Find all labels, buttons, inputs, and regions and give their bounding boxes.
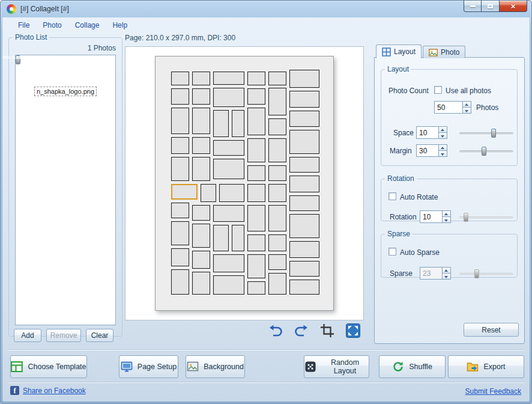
collage-frame[interactable]: [171, 157, 189, 181]
collage-frame[interactable]: [213, 159, 244, 179]
collage-frame[interactable]: [201, 184, 216, 202]
menu-item-photo[interactable]: Photo: [37, 19, 67, 31]
collage-frame[interactable]: [289, 195, 319, 211]
spin-down-button[interactable]: [438, 150, 447, 157]
collage-frame[interactable]: [219, 184, 244, 202]
collage-frame[interactable]: [268, 205, 286, 231]
margin-input[interactable]: [416, 144, 438, 157]
collage-frame[interactable]: [171, 269, 189, 295]
collage-frame[interactable]: [213, 110, 229, 137]
collage-frame[interactable]: [171, 108, 189, 134]
remove-button[interactable]: Remove: [46, 329, 81, 342]
collage-frame[interactable]: [268, 184, 286, 202]
submit-feedback-link[interactable]: Submit Feedback: [465, 387, 521, 396]
collage-frame[interactable]: [247, 184, 265, 202]
auto-rotate-checkbox[interactable]: [388, 192, 396, 200]
spin-down-button[interactable]: [438, 132, 447, 139]
sparse-input[interactable]: [420, 267, 442, 280]
random-layout-button[interactable]: Random Layout: [304, 355, 369, 378]
margin-slider[interactable]: [459, 147, 513, 156]
close-button[interactable]: ×: [499, 1, 527, 12]
collage-frame[interactable]: [171, 88, 189, 105]
slider-thumb[interactable]: [464, 213, 468, 222]
slider-thumb[interactable]: [491, 129, 496, 138]
collage-frame[interactable]: [192, 224, 210, 248]
spin-down-button[interactable]: [442, 216, 451, 223]
use-all-photos-checkbox[interactable]: [434, 86, 442, 94]
auto-sparse-checkbox[interactable]: [388, 248, 396, 256]
menu-item-file[interactable]: File: [12, 19, 35, 31]
collage-frame[interactable]: [213, 140, 244, 156]
collage-frame[interactable]: [192, 108, 210, 134]
rotation-input[interactable]: [420, 210, 442, 223]
photo-listbox[interactable]: RSLOAD.NET n_shapka_logo.png: [15, 55, 116, 325]
photo-list-item[interactable]: RSLOAD.NET n_shapka_logo.png: [16, 55, 115, 96]
collage-frame[interactable]: [247, 234, 265, 251]
spin-down-button[interactable]: [442, 273, 451, 280]
menu-item-help[interactable]: Help: [106, 19, 133, 31]
collage-frame[interactable]: [268, 88, 286, 115]
collage-frame[interactable]: [247, 165, 265, 181]
menu-item-collage[interactable]: Collage: [69, 19, 106, 31]
collage-frame[interactable]: [247, 88, 265, 105]
collage-frame[interactable]: [247, 72, 265, 85]
collage-frame[interactable]: [289, 241, 319, 258]
rotation-slider[interactable]: [459, 213, 513, 222]
tab-photo[interactable]: Photo: [423, 46, 465, 58]
collage-frame[interactable]: [213, 205, 244, 222]
shuffle-button[interactable]: Shuffle: [379, 355, 446, 378]
collage-frame[interactable]: [192, 251, 210, 269]
collage-frame[interactable]: [289, 70, 319, 88]
collage-frame[interactable]: [268, 273, 286, 295]
choose-template-button[interactable]: Choose Template: [10, 355, 87, 378]
collage-frame[interactable]: [289, 261, 319, 277]
slider-thumb[interactable]: [482, 147, 486, 156]
background-button[interactable]: Background: [186, 355, 245, 378]
space-input[interactable]: [416, 126, 438, 139]
collage-frame[interactable]: [192, 137, 210, 154]
collage-frame[interactable]: [213, 275, 244, 295]
collage-frame[interactable]: [171, 248, 189, 266]
collage-frame[interactable]: [268, 234, 286, 251]
photo-count-input[interactable]: [434, 101, 462, 114]
share-facebook-link[interactable]: Share on Facebook: [23, 387, 86, 395]
crop-button[interactable]: [317, 322, 337, 340]
canvas-area[interactable]: [125, 46, 364, 320]
collage-frame[interactable]: [289, 157, 319, 173]
titlebar[interactable]: [#] CollageIt [#] ×: [1, 1, 531, 17]
collage-frame[interactable]: [268, 138, 286, 162]
collage-frame[interactable]: [247, 138, 265, 162]
collage-frame[interactable]: [192, 88, 210, 105]
minimize-button[interactable]: [464, 1, 482, 12]
clear-button[interactable]: Clear: [86, 329, 113, 342]
collage-frame[interactable]: [289, 111, 319, 127]
maximize-button[interactable]: [482, 1, 499, 12]
collage-frame[interactable]: [289, 214, 319, 238]
collage-frame[interactable]: [171, 203, 189, 218]
collage-frame[interactable]: [268, 165, 286, 181]
collage-frame[interactable]: [247, 254, 265, 278]
collage-frame[interactable]: [268, 72, 286, 85]
collage-frame[interactable]: [232, 225, 244, 251]
collage-frame[interactable]: [289, 130, 319, 154]
slider-thumb[interactable]: [474, 269, 479, 278]
page-setup-button[interactable]: Page Setup: [119, 355, 178, 378]
collage-frame[interactable]: [268, 118, 286, 135]
collage-frame[interactable]: [171, 137, 189, 154]
collage-frame[interactable]: [289, 280, 319, 295]
reset-button[interactable]: Reset: [464, 323, 519, 337]
fit-page-button[interactable]: [343, 322, 363, 340]
collage-frame[interactable]: [213, 225, 229, 251]
collage-frame[interactable]: [213, 254, 244, 272]
collage-frame[interactable]: [289, 176, 319, 192]
spin-down-button[interactable]: [462, 107, 471, 114]
undo-button[interactable]: [265, 322, 286, 340]
collage-frame[interactable]: [192, 205, 210, 221]
collage-frame[interactable]: [289, 91, 319, 108]
collage-frame[interactable]: [192, 272, 210, 295]
collage-frame[interactable]: [268, 254, 286, 270]
collage-frame[interactable]: [171, 72, 189, 85]
collage-page[interactable]: [155, 56, 334, 311]
redo-button[interactable]: [291, 322, 312, 340]
collage-frame[interactable]: [247, 281, 265, 295]
